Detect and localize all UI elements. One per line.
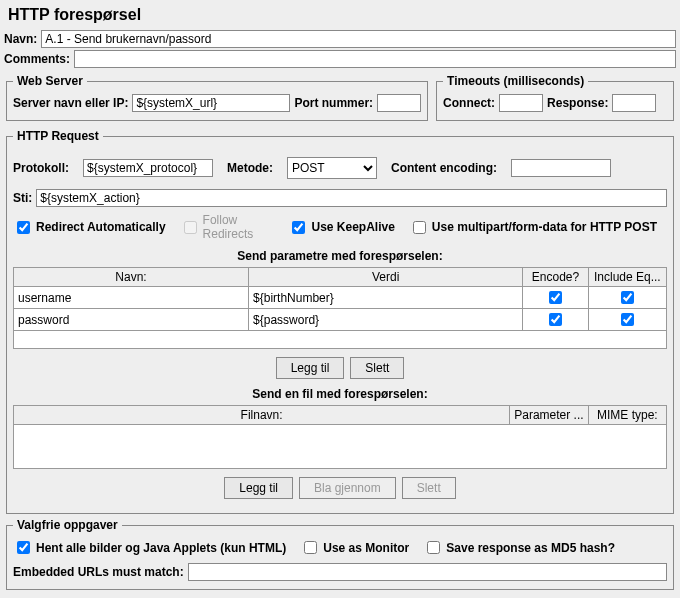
- use-as-monitor-checkbox[interactable]: Use as Monitor: [300, 538, 409, 557]
- browse-button[interactable]: Bla gjennom: [299, 477, 396, 499]
- add-param-button[interactable]: Legg til: [276, 357, 345, 379]
- col-filename[interactable]: Filnavn:: [14, 406, 510, 425]
- table-row: username ${birthNumber}: [14, 287, 667, 309]
- files-title: Send en fil med forespørselen:: [13, 387, 667, 401]
- keepalive-checkbox[interactable]: Use KeepAlive: [288, 218, 394, 237]
- params-title: Send parametre med forespørselen:: [13, 249, 667, 263]
- col-encode[interactable]: Encode?: [523, 268, 588, 287]
- protocol-label: Protokoll:: [13, 161, 69, 175]
- webserver-legend: Web Server: [13, 74, 87, 88]
- retrieve-images-checkbox[interactable]: Hent alle bilder og Java Applets (kun HT…: [13, 538, 286, 557]
- method-select[interactable]: POST: [287, 157, 377, 179]
- files-table: Filnavn: Parameter ... MIME type:: [13, 405, 667, 425]
- server-input[interactable]: [132, 94, 290, 112]
- multipart-checkbox[interactable]: Use multipart/form-data for HTTP POST: [409, 218, 657, 237]
- embedded-input[interactable]: [188, 563, 667, 581]
- embedded-label: Embedded URLs must match:: [13, 565, 184, 579]
- connect-label: Connect:: [443, 96, 495, 110]
- col-param[interactable]: Parameter ...: [510, 406, 588, 425]
- comments-label: Comments:: [4, 52, 70, 66]
- col-name[interactable]: Navn:: [14, 268, 249, 287]
- table-row: [14, 331, 667, 349]
- content-encoding-label: Content encoding:: [391, 161, 497, 175]
- col-value[interactable]: Verdi: [249, 268, 523, 287]
- encode-checkbox[interactable]: [549, 313, 562, 326]
- add-file-button[interactable]: Legg til: [224, 477, 293, 499]
- page-title: HTTP forespørsel: [8, 6, 676, 24]
- files-body[interactable]: [13, 425, 667, 469]
- include-checkbox[interactable]: [621, 291, 634, 304]
- connect-input[interactable]: [499, 94, 543, 112]
- redirect-auto-checkbox[interactable]: Redirect Automatically: [13, 218, 166, 237]
- content-encoding-input[interactable]: [511, 159, 611, 177]
- port-label: Port nummer:: [294, 96, 373, 110]
- delete-file-button[interactable]: Slett: [402, 477, 456, 499]
- table-row: password ${password}: [14, 309, 667, 331]
- port-input[interactable]: [377, 94, 421, 112]
- delete-param-button[interactable]: Slett: [350, 357, 404, 379]
- comments-input[interactable]: [74, 50, 676, 68]
- encode-checkbox[interactable]: [549, 291, 562, 304]
- httprequest-legend: HTTP Request: [13, 129, 103, 143]
- name-input[interactable]: [41, 30, 676, 48]
- path-label: Sti:: [13, 191, 32, 205]
- server-label: Server navn eller IP:: [13, 96, 128, 110]
- follow-redirects-checkbox[interactable]: Follow Redirects: [180, 213, 275, 241]
- response-label: Response:: [547, 96, 608, 110]
- name-label: Navn:: [4, 32, 37, 46]
- path-input[interactable]: [36, 189, 667, 207]
- save-md5-checkbox[interactable]: Save response as MD5 hash?: [423, 538, 615, 557]
- response-input[interactable]: [612, 94, 656, 112]
- protocol-input[interactable]: [83, 159, 213, 177]
- optional-legend: Valgfrie oppgaver: [13, 518, 122, 532]
- col-include[interactable]: Include Eq...: [588, 268, 666, 287]
- params-table: Navn: Verdi Encode? Include Eq... userna…: [13, 267, 667, 349]
- include-checkbox[interactable]: [621, 313, 634, 326]
- timeouts-legend: Timeouts (milliseconds): [443, 74, 588, 88]
- method-label: Metode:: [227, 161, 273, 175]
- col-mime[interactable]: MIME type:: [588, 406, 666, 425]
